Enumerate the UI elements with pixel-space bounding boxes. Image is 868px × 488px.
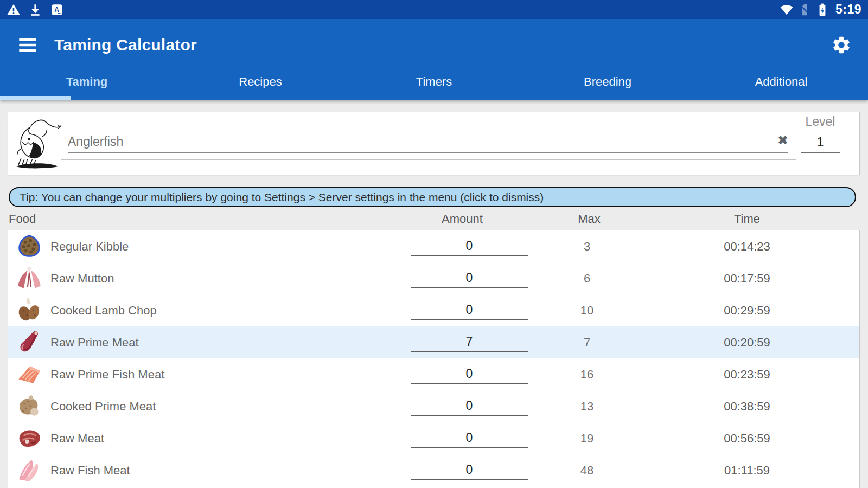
time-value: 00:38:59	[693, 400, 801, 414]
food-row[interactable]: Raw Mutton 6 00:17:59	[8, 262, 859, 294]
max-value: 3	[554, 240, 620, 254]
time-value: 00:20:59	[693, 336, 801, 350]
menu-icon[interactable]	[16, 34, 39, 56]
tab-recipes[interactable]: Recipes	[174, 70, 347, 100]
food-row[interactable]: Cooked Prime Meat 13 00:38:59	[8, 390, 859, 422]
time-value: 00:56:59	[693, 432, 801, 446]
food-name-label: Raw Meat	[50, 432, 104, 446]
cooked-prime-meat-icon	[16, 393, 43, 420]
amount-input[interactable]	[411, 463, 528, 480]
level-label: Level	[793, 114, 847, 129]
warning-icon	[7, 3, 21, 17]
tab-label: Breeding	[584, 75, 631, 89]
tab-label: Taming	[66, 75, 108, 89]
wifi-icon	[780, 3, 794, 17]
food-row[interactable]: Cooked Lamb Chop 10 00:29:59	[8, 294, 859, 326]
amount-field	[411, 335, 528, 352]
amount-field	[411, 239, 528, 256]
download-icon	[28, 3, 42, 17]
max-value: 16	[554, 368, 620, 382]
food-name-label: Cooked Lamb Chop	[50, 304, 157, 318]
food-row[interactable]: Raw Fish Meat 48 01:11:59	[8, 454, 859, 486]
tip-banner[interactable]: Tip: You can change your multipliers by …	[9, 187, 856, 207]
anglerfish-dossier-image	[11, 115, 63, 172]
amount-input[interactable]	[411, 367, 528, 384]
max-value: 10	[554, 304, 620, 318]
max-value: 13	[554, 400, 620, 414]
food-name-label: Raw Prime Fish Meat	[50, 368, 164, 382]
cooked-lamb-chop-icon	[16, 297, 43, 324]
tip-text: Tip: You can change your multipliers by …	[20, 191, 544, 204]
time-value: 01:11:59	[693, 464, 801, 478]
amount-input[interactable]	[411, 431, 528, 448]
amount-input[interactable]	[411, 239, 528, 256]
tab-additional[interactable]: Additional	[694, 70, 868, 100]
amount-field	[411, 431, 528, 448]
status-bar: A 5:19	[0, 0, 868, 19]
regular-kibble-icon	[16, 233, 43, 260]
amount-field	[411, 367, 528, 384]
active-tab-indicator	[0, 96, 71, 100]
no-sim-icon	[797, 3, 812, 17]
level-input[interactable]	[801, 134, 840, 153]
tab-label: Additional	[755, 75, 808, 89]
food-name-label: Cooked Prime Meat	[50, 400, 156, 414]
raw-prime-fish-meat-icon	[16, 361, 43, 388]
header-food: Food	[9, 212, 36, 226]
raw-fish-meat-icon	[16, 457, 43, 484]
food-name-label: Raw Fish Meat	[50, 464, 130, 478]
amount-input[interactable]	[411, 399, 528, 416]
header-time: Time	[693, 212, 801, 226]
header-max: Max	[557, 212, 622, 226]
amount-input[interactable]	[411, 271, 528, 288]
a-update-icon: A	[50, 3, 64, 17]
time-value: 00:23:59	[693, 368, 801, 382]
food-row[interactable]: Raw Prime Meat 7 00:20:59	[8, 326, 859, 358]
amount-field	[411, 271, 528, 288]
tab-label: Timers	[416, 75, 452, 89]
time-value: 00:17:59	[693, 272, 801, 286]
raw-meat-icon	[16, 425, 43, 452]
raw-prime-meat-icon	[16, 329, 43, 356]
page-title: Taming Calculator	[54, 36, 197, 54]
amount-field	[411, 463, 528, 480]
food-name-label: Raw Mutton	[50, 272, 114, 286]
system-status-icons: 5:19	[780, 2, 861, 17]
creature-search-card: ✖ Level	[8, 112, 860, 175]
max-value: 48	[554, 464, 620, 478]
level-block: Level	[793, 114, 847, 153]
max-value: 19	[554, 432, 620, 446]
food-name-label: Raw Prime Meat	[50, 336, 139, 350]
amount-input[interactable]	[411, 335, 528, 352]
battery-charging-icon	[815, 3, 829, 17]
food-name-label: Regular Kibble	[50, 240, 129, 254]
food-table-header: Food Amount Max Time	[0, 207, 868, 230]
amount-field	[411, 303, 528, 320]
food-row[interactable]: Regular Kibble 3 00:14:23	[8, 230, 859, 262]
amount-input[interactable]	[411, 303, 528, 320]
app-bar: Taming Calculator	[0, 19, 868, 70]
time-value: 00:29:59	[693, 304, 801, 318]
creature-search-input[interactable]	[68, 131, 788, 153]
notification-icons: A	[7, 3, 64, 17]
tab-breeding[interactable]: Breeding	[521, 70, 694, 100]
food-row[interactable]: Raw Meat 19 00:56:59	[8, 422, 859, 454]
tab-bar: Taming Recipes Timers Breeding Additiona…	[0, 70, 868, 100]
settings-gear-icon[interactable]	[831, 35, 852, 55]
amount-field	[411, 399, 528, 416]
clock: 5:19	[835, 2, 861, 17]
raw-mutton-icon	[16, 265, 43, 292]
header-amount: Amount	[404, 212, 521, 226]
max-value: 7	[554, 336, 620, 350]
time-value: 00:14:23	[693, 240, 801, 254]
clear-search-icon[interactable]: ✖	[777, 134, 788, 147]
tab-timers[interactable]: Timers	[347, 70, 521, 100]
max-value: 6	[554, 272, 620, 286]
food-table: Regular Kibble 3 00:14:23 Raw Mutton 6 0…	[8, 230, 860, 488]
food-row[interactable]: Raw Prime Fish Meat 16 00:23:59	[8, 358, 859, 390]
creature-search-box: ✖	[61, 124, 796, 160]
tab-label: Recipes	[239, 75, 282, 89]
svg-text:A: A	[54, 5, 59, 13]
